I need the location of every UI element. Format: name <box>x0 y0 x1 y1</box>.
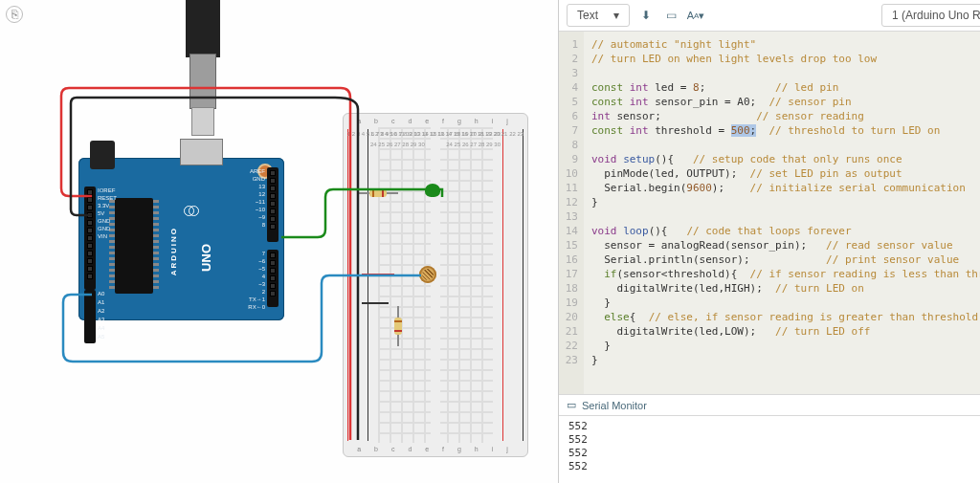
app-root: ⎘ ARDUINO UNO IOREF RESET 3.3V 5V GND GN… <box>0 0 980 483</box>
photoresistor[interactable] <box>419 266 436 283</box>
breadboard[interactable]: a b c d e f g h i j a b c d e f g h i j … <box>343 113 528 457</box>
serial-title: Serial Monitor <box>582 400 647 411</box>
arduino-header-digital-high[interactable] <box>267 167 278 242</box>
arduino-silks-power: IOREF RESET 3.3V 5V GND GND VIN <box>98 187 117 240</box>
arduino-header-power[interactable] <box>84 187 96 290</box>
arduino-model-label: UNO <box>199 244 213 272</box>
library-icon[interactable]: ▭ <box>662 7 679 24</box>
arduino-silks-analog: A0 A1 A2 A3 A4 A5 <box>98 290 104 341</box>
arduino-brand-label: ARDUINO <box>169 227 178 275</box>
usb-plug <box>189 54 216 109</box>
arduino-silks-dig-lo: 7 ~6 ~5 4 ~3 2 TX→1 RX←0 <box>248 250 265 311</box>
breadboard-rownums-r: 1 2 3 4 5 6 7 8 9 10 11 12 13 14 15 16 1… <box>344 129 501 441</box>
circuit-canvas[interactable]: ⎘ ARDUINO UNO IOREF RESET 3.3V 5V GND GN… <box>0 0 559 483</box>
serial-icon: ▭ <box>567 399 576 411</box>
chevron-down-icon: ▾ <box>613 9 619 22</box>
code-gutter: 1234567891011121314151617181920212223 <box>559 32 584 394</box>
board-select-label: 1 (Arduino Uno R3) <box>892 9 980 22</box>
jumper-red-short[interactable] <box>362 274 394 275</box>
serial-monitor-header[interactable]: ▭ Serial Monitor ▾ <box>559 394 980 416</box>
font-size-icon[interactable]: AA▾ <box>687 7 704 24</box>
led-green[interactable] <box>425 184 440 197</box>
code-body[interactable]: // automatic "night light"// turn LED on… <box>584 32 980 394</box>
editor-toolbar: Text ▾ ⬇ ▭ AA▾ 1 (Arduino Uno R3) ▾ <box>559 0 980 32</box>
breadboard-cols-bot: a b c d e f g h i j <box>344 446 527 452</box>
jumper-black-short[interactable] <box>362 302 389 304</box>
arduino-barrel-jack <box>90 141 115 169</box>
board-select-dropdown[interactable]: 1 (Arduino Uno R3) ▾ <box>881 4 980 27</box>
editor-panel: Text ▾ ⬇ ▭ AA▾ 1 (Arduino Uno R3) ▾ 1234… <box>559 0 980 483</box>
usb-cable <box>186 0 220 57</box>
usb-tip <box>191 107 214 136</box>
arduino-logo-icon <box>184 206 199 215</box>
editor-mode-label: Text <box>577 9 598 22</box>
resistor-1[interactable] <box>362 189 394 197</box>
arduino-usb-port <box>180 139 223 165</box>
resistor-2[interactable] <box>394 310 402 342</box>
editor-mode-dropdown[interactable]: Text ▾ <box>567 4 630 27</box>
canvas-menu-button[interactable]: ⎘ <box>6 6 23 23</box>
code-editor[interactable]: 1234567891011121314151617181920212223 //… <box>559 32 980 394</box>
arduino-silks-dig-hi: AREF GND 13 12 ~11 ~10 ~9 8 <box>250 167 265 229</box>
arduino-header-analog[interactable] <box>84 290 96 343</box>
arduino-uno[interactable]: ARDUINO UNO IOREF RESET 3.3V 5V GND GND … <box>78 158 284 320</box>
download-icon[interactable]: ⬇ <box>637 7 655 24</box>
serial-monitor-output: 552552552552 <box>559 416 980 483</box>
arduino-header-digital-low[interactable] <box>267 250 278 307</box>
breadboard-cols-top: a b c d e f g h i j <box>344 118 527 124</box>
arduino-mcu-chip <box>115 198 153 294</box>
